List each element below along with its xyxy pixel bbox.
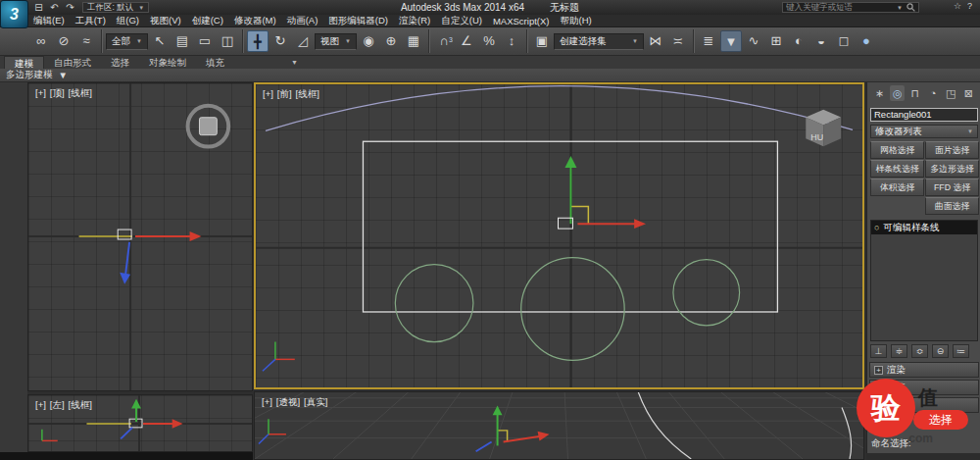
spinner-snap-icon[interactable]: ↕ <box>501 30 522 52</box>
modify-tab-icon[interactable]: ◎ <box>890 85 905 101</box>
mesh-select-button[interactable]: 网格选择 <box>870 141 924 159</box>
motion-tab-icon[interactable]: ◔ <box>926 85 941 101</box>
menu-rendering[interactable]: 渲染(R) <box>399 15 430 27</box>
layer-manager-icon[interactable]: ≣ <box>698 30 719 52</box>
selection-filter-dropdown[interactable]: 全部 ▼ <box>106 33 148 50</box>
volume-select-button[interactable]: 体积选择 <box>870 179 924 196</box>
save-icon[interactable]: ⊟ <box>32 2 45 13</box>
viewport-menu-plus[interactable]: [+] <box>262 396 272 409</box>
select-by-name-icon[interactable]: ▤ <box>172 30 193 52</box>
favorites-icon[interactable]: ☆ <box>954 1 961 11</box>
expand-icon[interactable]: + <box>874 366 883 375</box>
menu-create[interactable]: 创建(C) <box>192 15 223 27</box>
show-end-result-icon[interactable]: ≑ <box>891 344 907 358</box>
utilities-tab-icon[interactable]: ⊠ <box>961 85 976 101</box>
app-logo-button[interactable]: 3 <box>0 0 28 28</box>
viewport-menu-plus[interactable]: [+] <box>35 87 46 100</box>
poly-select-button[interactable]: 多边形选择 <box>925 160 979 178</box>
remove-modifier-icon[interactable]: ⊖ <box>932 344 949 358</box>
viewport-menu-shading[interactable]: [线框] <box>69 399 92 412</box>
use-pivot-center-icon[interactable]: ◉ <box>358 30 379 52</box>
viewport-menu-view[interactable]: [透视] <box>276 396 300 409</box>
menu-views[interactable]: 视图(V) <box>150 15 181 27</box>
edit-named-selection-sets-icon[interactable]: ▣ <box>531 30 553 52</box>
rendered-frame-window-icon[interactable]: ◻ <box>833 30 855 52</box>
modifier-stack[interactable]: ○ 可编辑样条线 <box>870 220 978 341</box>
menu-group[interactable]: 组(G) <box>117 15 139 27</box>
rectangular-selection-region-icon[interactable]: ▭ <box>194 30 216 52</box>
ribbon-tab-selection[interactable]: 选择 <box>101 56 139 69</box>
percent-snap-icon[interactable]: % <box>478 30 500 52</box>
expand-icon[interactable]: + <box>874 401 883 410</box>
render-setup-icon[interactable]: ◒ <box>810 30 832 52</box>
graphite-ribbon-toggle-icon[interactable]: ▼ <box>720 30 742 52</box>
ribbon-tab-freeform[interactable]: 自由形式 <box>44 56 101 69</box>
patch-select-button[interactable]: 面片选择 <box>925 141 979 159</box>
viewport-menu-view[interactable]: [左] <box>50 399 65 412</box>
select-and-move-icon[interactable]: ╋ <box>247 30 269 52</box>
unlink-selection-icon[interactable]: ⊘ <box>53 30 74 52</box>
modifier-list-dropdown[interactable]: 修改器列表 ▼ <box>870 125 978 138</box>
reference-coordinate-dropdown[interactable]: 视图 ▼ <box>315 33 357 50</box>
window-crossing-icon[interactable]: ◫ <box>217 30 238 52</box>
menu-maxscript[interactable]: MAXScript(X) <box>493 16 550 26</box>
viewport-menu-plus[interactable]: [+] <box>263 88 273 101</box>
render-production-icon[interactable]: ● <box>856 30 877 52</box>
named-selection-set-dropdown[interactable]: 创建选择集 ▼ <box>554 33 644 50</box>
snap-toggle-icon[interactable]: ∩3 <box>433 30 455 52</box>
viewport-perspective[interactable]: [+] [透视] [真实] <box>254 391 864 460</box>
pin-stack-icon[interactable]: ⊥ <box>870 344 887 358</box>
stack-item-editable-spline[interactable]: ○ 可编辑样条线 <box>871 221 977 234</box>
menu-help[interactable]: 帮助(H) <box>560 15 591 27</box>
select-and-link-icon[interactable]: ∞ <box>30 30 52 52</box>
menu-customize[interactable]: 自定义(U) <box>441 15 482 27</box>
viewport-left[interactable]: [+] [左] [线框] <box>27 394 253 452</box>
select-and-manipulate-icon[interactable]: ⊕ <box>380 30 402 52</box>
curve-editor-icon[interactable]: ∿ <box>743 30 764 52</box>
expand-icon[interactable]: + <box>874 383 883 392</box>
menu-edit[interactable]: 编辑(E) <box>33 15 65 27</box>
help-icon[interactable]: ? <box>967 1 972 11</box>
mirror-icon[interactable]: ⋈ <box>645 30 666 52</box>
rollout-interpolation[interactable]: + 插值 <box>869 380 979 395</box>
viewport-menu-view[interactable]: [顶] <box>50 87 65 100</box>
menu-graph-editors[interactable]: 图形编辑器(D) <box>328 15 388 27</box>
surface-select-button[interactable]: 曲面选择 <box>925 197 979 215</box>
search-input[interactable]: 键入关键字或短语 ▼ <box>782 2 919 13</box>
menu-modifiers[interactable]: 修改器(M) <box>234 15 276 27</box>
menu-tools[interactable]: 工具(T) <box>75 15 106 27</box>
undo-icon[interactable]: ↶ <box>48 2 61 13</box>
ribbon-tab-populate[interactable]: 填充 <box>196 56 234 69</box>
select-and-scale-icon[interactable]: ◿ <box>292 30 314 52</box>
ribbon-tab-modeling[interactable]: 建模 <box>4 56 44 69</box>
ribbon-tab-object-paint[interactable]: 对象绘制 <box>139 56 196 69</box>
viewport-menu-shading[interactable]: [线框] <box>69 87 92 100</box>
menu-animation[interactable]: 动画(A) <box>287 15 318 27</box>
ribbon-panel-polygon-modeling[interactable]: 多边形建模 <box>6 69 53 81</box>
ffd-select-button[interactable]: FFD 选择 <box>925 179 979 196</box>
rollout-selection[interactable]: + 选择 <box>869 397 979 413</box>
keyboard-shortcut-override-icon[interactable]: ▦ <box>403 30 424 52</box>
select-object-icon[interactable]: ↖ <box>149 30 171 52</box>
make-unique-icon[interactable]: ≎ <box>911 344 928 358</box>
lightbulb-icon[interactable]: ○ <box>874 223 879 232</box>
angle-snap-icon[interactable]: ∠ <box>456 30 477 52</box>
select-and-rotate-icon[interactable]: ↻ <box>270 30 291 52</box>
align-icon[interactable]: ≍ <box>667 30 689 52</box>
viewport-menu-shading[interactable]: [线框] <box>296 88 319 101</box>
configure-modifier-sets-icon[interactable]: ≔ <box>953 344 969 358</box>
spline-select-button[interactable]: 样条线选择 <box>870 160 924 178</box>
material-editor-icon[interactable]: ◐ <box>788 30 809 52</box>
bind-to-space-warp-icon[interactable]: ≈ <box>75 30 97 52</box>
viewport-top[interactable]: [+] [顶] [线框] <box>27 82 253 391</box>
rollout-rendering[interactable]: + 渲染 <box>869 362 979 378</box>
schematic-view-icon[interactable]: ⊞ <box>765 30 787 52</box>
viewport-front-active[interactable]: [+] [前] [线框] HU <box>254 82 864 389</box>
object-name-field[interactable]: Rectangle001 <box>870 108 978 122</box>
workspace-dropdown[interactable]: 工作区: 默认 ▼ <box>82 2 149 13</box>
viewport-menu-plus[interactable]: [+] <box>35 399 46 412</box>
redo-icon[interactable]: ↷ <box>64 2 76 13</box>
ribbon-minimize-icon[interactable]: ▼ <box>291 56 298 69</box>
create-tab-icon[interactable]: ∗ <box>872 85 887 101</box>
viewport-menu-shading[interactable]: [真实] <box>304 396 327 409</box>
